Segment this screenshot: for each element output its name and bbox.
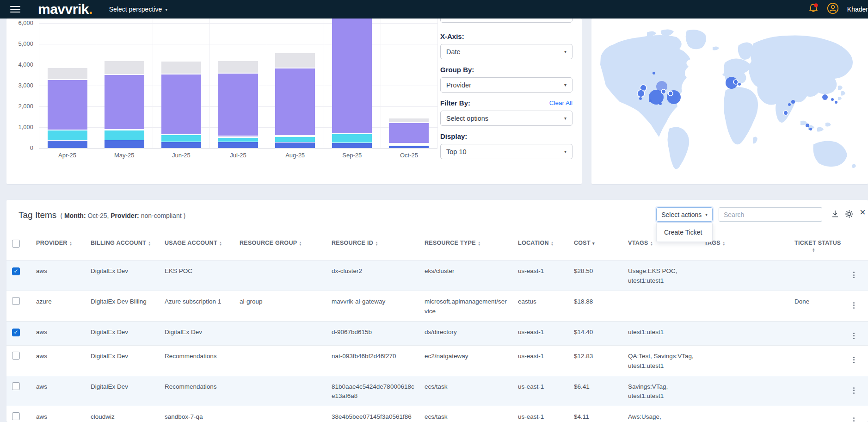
- map-region-bubble[interactable]: [639, 97, 642, 100]
- bar-segment-purple[interactable]: [275, 68, 315, 135]
- map-region-bubble[interactable]: [822, 94, 828, 100]
- bar-segment-lavender[interactable]: [218, 136, 258, 137]
- map-region-bubble[interactable]: [659, 102, 662, 105]
- bar-segment-cyan[interactable]: [105, 130, 144, 140]
- menu-icon[interactable]: [10, 4, 20, 14]
- field-select-3[interactable]: Select options▾: [440, 111, 573, 126]
- bar-segment-gray[interactable]: [218, 61, 258, 73]
- column-header-resource_type[interactable]: RESOURCE TYPE▲▼: [419, 231, 512, 261]
- menu-item-create-ticket[interactable]: Create Ticket: [657, 223, 712, 242]
- map-region-bubble[interactable]: [835, 101, 837, 104]
- map-region-bubble[interactable]: [831, 98, 834, 101]
- bar-segment-gray[interactable]: [48, 68, 87, 79]
- search-input[interactable]: [719, 207, 822, 222]
- bar-segment-cyan[interactable]: [48, 130, 87, 140]
- map-region-bubble[interactable]: [637, 90, 645, 97]
- user-name[interactable]: Khader: [847, 6, 868, 13]
- map-region-bubble[interactable]: [668, 91, 673, 96]
- bar-segment-cyan[interactable]: [332, 134, 372, 142]
- bar-segment-gray[interactable]: [105, 61, 144, 74]
- select-actions-button[interactable]: Select actions ▾: [656, 207, 713, 222]
- column-header-usage_account[interactable]: USAGE ACCOUNT▲▼: [159, 231, 234, 261]
- map-region-bubble[interactable]: [738, 83, 741, 86]
- column-header-billing_account[interactable]: BILLING ACCOUNT▲▼: [85, 231, 159, 261]
- sort-desc-icon[interactable]: ▾: [592, 241, 595, 246]
- bar-segment-gray[interactable]: [275, 53, 315, 68]
- sort-icon[interactable]: ▲▼: [478, 241, 481, 246]
- bar-segment-lavender[interactable]: [161, 134, 201, 135]
- bar-segment-lavender[interactable]: [389, 143, 429, 144]
- bar-segment-purple[interactable]: [105, 74, 144, 129]
- bar-segment-gray[interactable]: [161, 61, 201, 73]
- table-row[interactable]: awscloudwizsandbox-7-qa38e4b5bee07145f3a…: [6, 406, 868, 422]
- select-perspective-dropdown[interactable]: Select perspective ▾: [109, 6, 167, 13]
- bar-segment-blue[interactable]: [332, 143, 372, 148]
- sort-icon[interactable]: ▲▼: [551, 241, 554, 246]
- sort-icon[interactable]: ▲▼: [650, 241, 653, 246]
- row-kebab-icon[interactable]: [852, 331, 856, 341]
- bar-segment-lavender[interactable]: [275, 136, 315, 136]
- download-icon[interactable]: [831, 210, 839, 220]
- bar-segment-blue[interactable]: [105, 140, 144, 148]
- bar-segment-purple[interactable]: [332, 19, 372, 133]
- column-header-resource_group[interactable]: RESOURCE GROUP▲▼: [234, 231, 326, 261]
- bar-segment-purple[interactable]: [389, 123, 429, 143]
- bar-segment-cyan[interactable]: [161, 135, 201, 142]
- clear-all-link[interactable]: Clear All: [549, 99, 573, 106]
- field-select-2[interactable]: Provider▾: [440, 77, 573, 93]
- column-header-cost[interactable]: COST▾: [568, 231, 622, 261]
- map-region-bubble[interactable]: [733, 80, 738, 84]
- bar-segment-purple[interactable]: [218, 73, 258, 136]
- table-row[interactable]: awsDigitalEx DevRecommendations81b0aae4c…: [6, 376, 868, 406]
- row-checkbox[interactable]: ✓: [12, 267, 20, 275]
- sort-icon[interactable]: ▲▼: [299, 241, 302, 246]
- map-region-bubble[interactable]: [661, 89, 666, 94]
- column-header-provider[interactable]: PROVIDER▲▼: [31, 231, 85, 261]
- map-region-bubble[interactable]: [791, 100, 795, 104]
- sort-icon[interactable]: ▲▼: [69, 241, 73, 246]
- field-select-4[interactable]: Top 10▾: [440, 144, 573, 159]
- row-checkbox[interactable]: [12, 352, 20, 360]
- table-row[interactable]: azureDigitalEx Dev BillingAzure subscrip…: [6, 291, 868, 321]
- table-row[interactable]: awsDigitalEx DevRecommendationsnat-093fb…: [6, 345, 868, 376]
- row-kebab-icon[interactable]: [852, 416, 856, 422]
- map-region-bubble[interactable]: [788, 103, 791, 106]
- row-checkbox[interactable]: [12, 412, 20, 420]
- bar-segment-cyan[interactable]: [389, 144, 429, 146]
- column-header-location[interactable]: LOCATION▲▼: [512, 231, 568, 261]
- row-kebab-icon[interactable]: [852, 270, 856, 279]
- map-region-bubble[interactable]: [783, 111, 788, 115]
- sort-icon[interactable]: ▲▼: [812, 248, 815, 252]
- table-row[interactable]: ✓awsDigitalEx DevDigitalEx Devd-9067bd61…: [6, 321, 868, 345]
- row-checkbox[interactable]: [12, 382, 20, 390]
- row-kebab-icon[interactable]: [852, 301, 856, 310]
- world-map[interactable]: [591, 19, 868, 184]
- sort-icon[interactable]: ▲▼: [148, 241, 151, 246]
- bar-segment-blue[interactable]: [161, 142, 201, 149]
- bar-segment-blue[interactable]: [389, 146, 429, 149]
- column-header-resource_id[interactable]: RESOURCE ID▲▼: [326, 231, 419, 261]
- bar-segment-cyan[interactable]: [275, 137, 315, 142]
- field-select-1[interactable]: Date▾: [440, 44, 573, 59]
- map-region-bubble[interactable]: [649, 99, 652, 102]
- select-all-checkbox[interactable]: [12, 240, 20, 248]
- sort-icon[interactable]: ▲▼: [375, 241, 378, 246]
- bar-segment-lavender[interactable]: [105, 130, 144, 130]
- app-logo[interactable]: mavvrik.: [38, 1, 92, 17]
- sort-icon[interactable]: ▲▼: [219, 241, 222, 246]
- bar-segment-purple[interactable]: [161, 74, 201, 134]
- avatar-icon[interactable]: [827, 2, 839, 16]
- gear-icon[interactable]: [845, 210, 854, 220]
- table-row[interactable]: ✓awsDigitalEx DevEKS POCdx-cluster2eks/c…: [6, 261, 868, 291]
- bar-segment-cyan[interactable]: [218, 137, 258, 142]
- clipped-select[interactable]: ▾: [440, 19, 573, 23]
- bar-segment-blue[interactable]: [218, 142, 258, 148]
- row-checkbox[interactable]: ✓: [12, 329, 20, 336]
- map-region-bubble[interactable]: [809, 128, 812, 130]
- bar-segment-purple[interactable]: [48, 80, 87, 129]
- map-region-bubble[interactable]: [806, 124, 809, 127]
- row-kebab-icon[interactable]: [852, 386, 856, 395]
- bell-icon[interactable]: [808, 3, 819, 16]
- close-icon[interactable]: ×: [860, 207, 866, 217]
- bar-segment-gray[interactable]: [389, 118, 429, 122]
